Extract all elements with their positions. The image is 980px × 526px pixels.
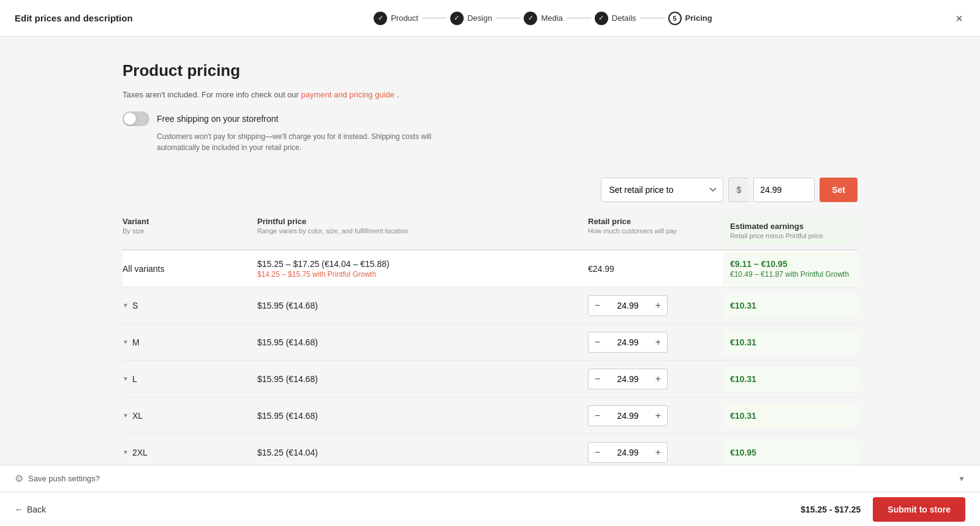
all-variants-row: All variants $15.25 – $17.25 (€14.04 – €… [123, 250, 858, 287]
retail-input[interactable] [606, 295, 649, 316]
chevron-icon[interactable]: ▼ [123, 412, 129, 419]
retail-increment-button[interactable]: + [649, 295, 668, 316]
variant-size-label: XL [132, 411, 143, 421]
table-row: ▼ M $15.95 (€14.68) − + €10.31 [123, 324, 858, 361]
retail-price-dropdown[interactable]: Set retail price to [601, 178, 723, 202]
retail-price-cell: − + [588, 361, 723, 397]
price-setter: Set retail price to $ Set [123, 178, 858, 202]
back-button[interactable]: ← Back [15, 505, 46, 514]
retail-increment-button[interactable]: + [649, 405, 668, 426]
toggle-knob [124, 113, 136, 125]
retail-increment-button[interactable]: + [649, 442, 668, 463]
price-summary: $15.25 - $17.25 [801, 505, 861, 514]
step-details-icon: ✓ [595, 12, 608, 25]
variant-size-label: M [132, 337, 140, 347]
chevron-icon[interactable]: ▼ [123, 302, 129, 309]
set-button[interactable]: Set [820, 178, 858, 202]
retail-control: − + [588, 405, 668, 426]
footer: ← Back $15.25 - $17.25 Submit to store [0, 492, 980, 526]
retail-decrement-button[interactable]: − [588, 332, 606, 353]
price-input[interactable] [753, 178, 815, 202]
col-header-variant: Variant By size [123, 217, 257, 244]
earnings-cell: €10.95 [723, 440, 858, 465]
header-title: Edit prices and description [15, 13, 133, 23]
tax-note: Taxes aren't included. For more info che… [123, 90, 858, 99]
variant-cell: ▼ L [123, 367, 257, 391]
all-variants-text: All variants [123, 264, 164, 274]
checkmark-icon: ✓ [598, 14, 604, 22]
save-settings-chevron[interactable]: ▼ [958, 475, 965, 483]
tax-note-suffix: . [397, 90, 399, 99]
step-pricing-label: Pricing [685, 13, 712, 23]
table-header: Variant By size Printful price Range var… [123, 217, 858, 250]
all-variants-printful: $15.25 – $17.25 (€14.04 – €15.88) $14.25… [257, 252, 588, 286]
earnings-cell: €10.31 [723, 293, 858, 318]
retail-decrement-button[interactable]: − [588, 369, 606, 389]
step-media-label: Media [541, 13, 562, 23]
variant-cell: ▼ 2XL [123, 440, 257, 465]
retail-decrement-button[interactable]: − [588, 405, 606, 426]
all-variants-earnings: €9.11 – €10.95 €10.49 – €11.87 with Prin… [723, 252, 858, 286]
earnings-value: €10.95 [730, 448, 756, 457]
earnings-value: €10.31 [730, 374, 756, 384]
earnings-cell: €10.31 [723, 330, 858, 355]
all-variants-price-range: $15.25 – $17.25 (€14.04 – €15.88) [257, 259, 588, 269]
retail-input[interactable] [606, 405, 649, 426]
save-settings-bar: ⚙ Save push settings? ▼ [0, 465, 980, 492]
step-design-icon: ✓ [450, 12, 464, 25]
retail-decrement-button[interactable]: − [588, 295, 606, 316]
chevron-icon[interactable]: ▼ [123, 339, 129, 345]
variant-cell: ▼ XL [123, 404, 257, 428]
col-header-printful: Printful price Range varies by color, si… [257, 217, 588, 244]
step-details: ✓ Details [595, 12, 636, 25]
retail-control: − + [588, 442, 668, 463]
submit-to-store-button[interactable]: Submit to store [873, 497, 965, 522]
save-settings-left: ⚙ Save push settings? [15, 473, 100, 484]
step-pricing-icon: 5 [668, 12, 682, 25]
variant-size-label: S [132, 301, 138, 310]
printful-price-cell: $15.95 (€14.68) [257, 330, 588, 355]
chevron-icon[interactable]: ▼ [123, 449, 129, 456]
free-shipping-toggle-row: Free shipping on your storefront [123, 111, 858, 126]
variant-cell: ▼ S [123, 293, 257, 318]
earnings-cell: €10.31 [723, 404, 858, 428]
step-connector-4 [640, 18, 665, 18]
printful-price-cell: $15.95 (€14.68) [257, 404, 588, 428]
col-header-retail: Retail price How much customers will pay [588, 217, 723, 244]
table-row: ▼ XL $15.95 (€14.68) − + €10.31 [123, 397, 858, 434]
currency-symbol: $ [728, 178, 748, 202]
earnings-value: €10.31 [730, 411, 756, 421]
checkmark-icon: ✓ [528, 14, 533, 22]
printful-price-value: $15.95 (€14.68) [257, 337, 318, 347]
step-media: ✓ Media [524, 12, 562, 25]
step-details-label: Details [612, 13, 636, 23]
retail-control: − + [588, 332, 668, 353]
payment-pricing-link[interactable]: payment and pricing guide [301, 90, 395, 99]
retail-increment-button[interactable]: + [649, 332, 668, 353]
retail-increment-button[interactable]: + [649, 369, 668, 389]
retail-decrement-button[interactable]: − [588, 442, 606, 463]
earnings-cell: €10.31 [723, 367, 858, 391]
all-variants-label: All variants [123, 257, 257, 281]
gear-icon: ⚙ [15, 473, 23, 484]
table-row: ▼ L $15.95 (€14.68) − + €10.31 [123, 361, 858, 397]
main-content: Product pricing Taxes aren't included. F… [0, 37, 980, 526]
printful-price-cell: $15.95 (€14.68) [257, 367, 588, 391]
all-variants-retail: €24.99 [588, 257, 723, 281]
retail-control: − + [588, 369, 668, 389]
page-title: Product pricing [123, 61, 858, 80]
all-variants-retail-display: €24.99 [588, 264, 614, 274]
all-variants-growth: $14.25 – $15.75 with Printful Growth [257, 270, 588, 279]
back-label: Back [27, 505, 46, 514]
close-button[interactable]: × [953, 10, 965, 27]
free-shipping-toggle[interactable] [123, 111, 149, 126]
retail-input[interactable] [606, 369, 649, 389]
retail-price-cell: − + [588, 325, 723, 360]
header: Edit prices and description ✓ Product ✓ … [0, 0, 980, 37]
size-rows-container: ▼ S $15.95 (€14.68) − + €10.31 ▼ M [123, 287, 858, 471]
retail-input[interactable] [606, 442, 649, 463]
chevron-icon[interactable]: ▼ [123, 375, 129, 382]
retail-input[interactable] [606, 332, 649, 353]
step-product-icon: ✓ [374, 12, 387, 25]
toggle-label: Free shipping on your storefront [157, 114, 278, 124]
